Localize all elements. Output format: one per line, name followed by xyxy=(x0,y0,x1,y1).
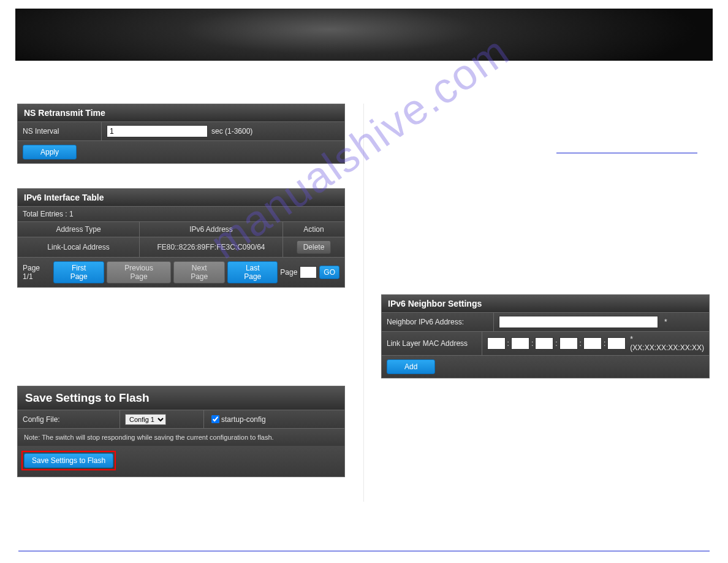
mac-input-4[interactable] xyxy=(559,337,578,350)
next-page-button[interactable]: Next Page xyxy=(173,261,225,283)
mac-sep: : xyxy=(604,339,605,348)
ipv6-neighbor-panel: IPv6 Neighbor Settings Neighbor IPv6 Add… xyxy=(381,294,710,378)
last-page-button[interactable]: Last Page xyxy=(227,261,278,283)
link-line[interactable] xyxy=(556,140,697,153)
go-button[interactable]: GO xyxy=(319,266,339,279)
save-note: Note: The switch will stop responding wh… xyxy=(18,429,344,446)
neighbor-ipv6-input[interactable] xyxy=(499,316,658,328)
save-settings-panel: Save Settings to Flash Config File: Conf… xyxy=(17,386,345,477)
apply-button[interactable]: Apply xyxy=(23,145,77,159)
save-settings-button[interactable]: Save Settings to Flash xyxy=(24,453,113,468)
mac-input-2[interactable] xyxy=(511,337,529,350)
mac-input-5[interactable] xyxy=(583,337,602,350)
ns-retransmit-title: NS Retransmit Time xyxy=(18,104,344,122)
startup-config-label: startup-config xyxy=(221,415,266,424)
ns-interval-label: NS Interval xyxy=(18,122,102,140)
ns-interval-input[interactable] xyxy=(107,125,208,137)
startup-config-checkbox[interactable] xyxy=(211,415,219,423)
neighbor-addr-label: Neighbor IPv6 Address: xyxy=(382,313,494,331)
add-button[interactable]: Add xyxy=(387,359,435,374)
save-settings-title: Save Settings to Flash xyxy=(18,386,344,410)
config-file-select[interactable]: Config 1 xyxy=(125,414,166,425)
addr-asterisk: * xyxy=(664,318,667,326)
table-header-row: Address Type IPv6 Address Action xyxy=(18,222,344,237)
mac-hint: * (XX:XX:XX:XX:XX:XX) xyxy=(630,335,704,352)
top-banner xyxy=(15,9,713,61)
save-button-highlight: Save Settings to Flash xyxy=(21,451,116,470)
bottom-divider xyxy=(18,551,710,551)
cell-address-type: Link-Local Address xyxy=(18,237,140,257)
config-file-label: Config File: xyxy=(18,410,120,428)
first-page-button[interactable]: First Page xyxy=(53,261,104,283)
mac-label: Link Layer MAC Address xyxy=(382,332,482,355)
col-ipv6-address: IPv6 Address xyxy=(140,222,283,237)
mac-sep: : xyxy=(580,339,582,348)
mac-input-1[interactable] xyxy=(487,337,506,350)
page-input[interactable] xyxy=(300,266,317,278)
mac-input-3[interactable] xyxy=(535,337,553,350)
ipv6-interface-table-panel: IPv6 Interface Table Total Entries : 1 A… xyxy=(17,188,345,288)
table-row: Link-Local Address FE80::8226:89FF:FE3C:… xyxy=(18,237,344,258)
total-entries: Total Entries : 1 xyxy=(18,207,344,221)
delete-button[interactable]: Delete xyxy=(297,240,332,254)
ns-interval-hint: sec (1-3600) xyxy=(211,127,252,136)
page-label: Page xyxy=(280,268,297,277)
page-indicator: Page 1/1 xyxy=(23,264,51,281)
cell-ipv6-address: FE80::8226:89FF:FE3C:C090/64 xyxy=(140,237,283,257)
mac-sep: : xyxy=(531,339,533,348)
ns-retransmit-panel: NS Retransmit Time NS Interval sec (1-36… xyxy=(17,104,345,164)
col-action: Action xyxy=(283,222,344,237)
neighbor-title: IPv6 Neighbor Settings xyxy=(382,295,709,313)
mac-sep: : xyxy=(555,339,557,348)
mac-sep: : xyxy=(507,339,509,348)
mac-input-6[interactable] xyxy=(607,337,626,350)
previous-page-button[interactable]: Previous Page xyxy=(107,261,171,283)
col-address-type: Address Type xyxy=(18,222,140,237)
iface-table-title: IPv6 Interface Table xyxy=(18,189,344,207)
